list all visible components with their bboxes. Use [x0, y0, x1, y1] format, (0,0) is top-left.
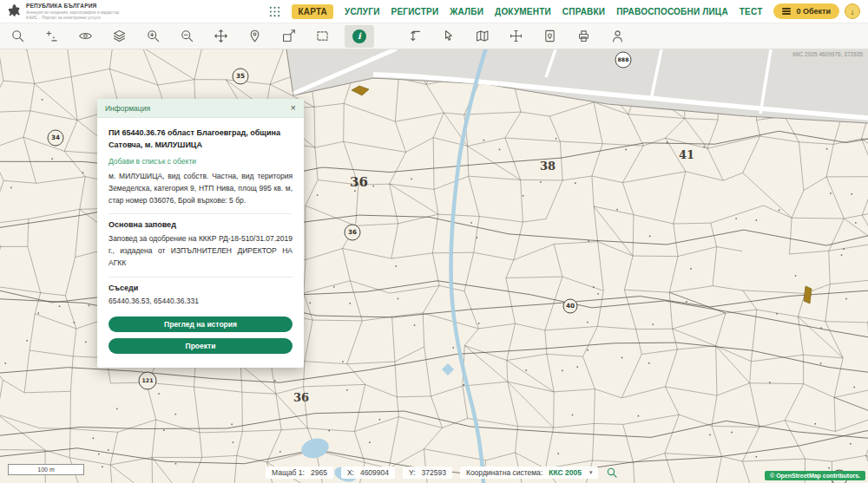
map-sheets-icon [475, 29, 490, 43]
map-label: 36 [350, 174, 368, 190]
y-label: Y: [409, 468, 416, 477]
map-label: 38 [540, 160, 556, 173]
x-label: X: [347, 468, 354, 477]
app-window: РЕПУБЛИКА БЪЛГАРИЯ Агенция по геодезия, … [0, 0, 868, 483]
measure-icon [407, 29, 422, 43]
zoom-in-tool[interactable] [141, 25, 164, 48]
svg-text:35: 35 [236, 72, 245, 80]
goto-coordinates-tool[interactable] [40, 25, 62, 48]
pan-tool[interactable] [209, 25, 232, 48]
user-tool[interactable] [606, 25, 628, 48]
nav-item-zhalbi[interactable]: ЖАЛБИ [450, 7, 483, 16]
move-point-tool[interactable] [504, 25, 527, 48]
main-nav: КАРТАУСЛУГИРЕГИСТРИЖАЛБИДОКУМЕНТИСПРАВКИ… [269, 4, 762, 19]
nav-item-registri[interactable]: РЕГИСТРИ [391, 7, 439, 16]
search-tool[interactable] [6, 25, 29, 48]
layers-icon [112, 29, 127, 43]
map-circled-label: 36 [345, 225, 360, 240]
nav-item-karta[interactable]: КАРТА [292, 4, 333, 19]
x-indicator: X:4609904 [341, 467, 395, 479]
user-icon [610, 29, 625, 43]
measure-tool[interactable] [403, 25, 425, 48]
visibility-tool[interactable] [74, 25, 96, 48]
select-area-tool[interactable] [311, 25, 333, 48]
info-panel: Информация × ПИ 65440.36.76 област Благо… [97, 99, 304, 368]
apps-grid-icon[interactable] [269, 6, 280, 17]
panel-buttons: Преглед на историяПроекти [108, 317, 293, 354]
coat-of-arms-logo [8, 3, 22, 19]
layers-tool[interactable] [108, 25, 130, 48]
map-circled-label: 34 [48, 130, 63, 146]
brand-title: РЕПУБЛИКА БЪЛГАРИЯ [26, 3, 119, 10]
svg-text:36: 36 [348, 228, 357, 236]
pan-icon [214, 29, 228, 43]
close-icon[interactable]: × [291, 103, 296, 113]
scale-indicator: Мащаб 1:2965 [266, 467, 333, 479]
select-features-tool[interactable] [437, 25, 459, 48]
osm-attribution[interactable]: © OpenStreetMap contributors. [765, 471, 865, 480]
zoom-extent-tool[interactable] [277, 25, 299, 48]
print-icon [576, 29, 591, 43]
parcel-title: ПИ 65440.36.76 област Благоевград, общин… [108, 127, 293, 151]
nav-item-spravki[interactable]: СПРАВКИ [562, 7, 605, 16]
svg-text:121: 121 [142, 377, 154, 383]
y-indicator: Y:372593 [403, 467, 452, 479]
parcel-description: м. МИЛУШИЦА, вид собств. Частна, вид тер… [108, 171, 293, 214]
document-marker-icon [542, 29, 557, 43]
brand: РЕПУБЛИКА БЪЛГАРИЯ Агенция по геодезия, … [8, 3, 119, 20]
neighbors-heading: Съседи [108, 284, 293, 292]
crs-label: Координатна система: [466, 468, 542, 477]
info-icon: i [352, 29, 366, 43]
nav-item-dokumenti[interactable]: ДОКУМЕНТИ [495, 7, 551, 16]
svg-text:40: 40 [566, 302, 575, 310]
status-bar: Мащаб 1:2965X:4609904Y:372593Координатна… [266, 467, 618, 479]
zoom-out-tool[interactable] [175, 25, 198, 48]
location-marker-tool[interactable] [243, 25, 266, 48]
crs-value: ККС 2005 [549, 468, 582, 477]
download-button[interactable]: ↓ [845, 3, 860, 19]
brand-subtitle-1: Агенция по геодезия, картография и кадас… [26, 10, 119, 15]
order-heading: Основна заповед [108, 220, 293, 229]
menu-icon [782, 6, 791, 16]
scale-label: Мащаб 1: [272, 468, 305, 477]
status-search-icon[interactable] [606, 467, 618, 479]
document-marker-tool[interactable] [538, 25, 561, 48]
neighbors-text: 65440.36.53, 65440.36.331 [108, 297, 293, 309]
map-label: 41 [679, 148, 694, 161]
identify-tool[interactable]: i [345, 25, 374, 48]
nav-item-test[interactable]: ТЕСТ [740, 7, 763, 16]
map-label: 36 [293, 391, 309, 404]
chevron-down-icon[interactable]: ▾ [589, 469, 593, 476]
objects-button[interactable]: 0 Обекти [773, 3, 839, 18]
goto-coordinates-icon [44, 29, 59, 43]
projects-button[interactable]: Проекти [108, 338, 293, 354]
select-area-icon [315, 29, 330, 43]
objects-count-label: 0 Обекти [796, 7, 831, 16]
info-panel-body: ПИ 65440.36.76 област Благоевград, общин… [97, 118, 304, 368]
header-right-cluster: 0 Обекти ↓ [773, 3, 860, 19]
svg-text:34: 34 [51, 134, 60, 141]
zoom-in-icon [146, 29, 161, 43]
info-panel-title: Информация [105, 104, 150, 113]
x-value: 4609904 [360, 468, 389, 477]
nav-item-uslugi[interactable]: УСЛУГИ [345, 7, 380, 16]
zoom-out-icon [180, 29, 194, 43]
download-arrow-icon: ↓ [851, 7, 855, 16]
print-tool[interactable] [572, 25, 595, 48]
map-sheets-tool[interactable] [470, 25, 493, 48]
scale-value: 2965 [311, 468, 327, 477]
scale-bar: 100 m [8, 464, 84, 475]
nav-item-pravosposobni-litsa[interactable]: ПРАВОСПОСОБНИ ЛИЦА [616, 7, 728, 16]
history-button[interactable]: Преглед на история [108, 317, 293, 332]
top-header: РЕПУБЛИКА БЪЛГАРИЯ Агенция по геодезия, … [0, 0, 868, 23]
map-circled-label: 888 [615, 52, 631, 68]
crs-indicator[interactable]: Координатна система:ККС 2005▾ [460, 467, 598, 479]
brand-subtitle-2: КАИС - Портал за електронни услуги [26, 15, 119, 20]
map-circled-label: 35 [233, 69, 248, 84]
brand-text: РЕПУБЛИКА БЪЛГАРИЯ Агенция по геодезия, … [26, 3, 119, 20]
location-marker-icon [247, 29, 262, 43]
search-icon [10, 29, 25, 43]
info-panel-header: Информация × [97, 99, 304, 118]
move-point-icon [509, 29, 523, 43]
add-to-objects-link[interactable]: Добави в списък с обекти [108, 157, 293, 166]
